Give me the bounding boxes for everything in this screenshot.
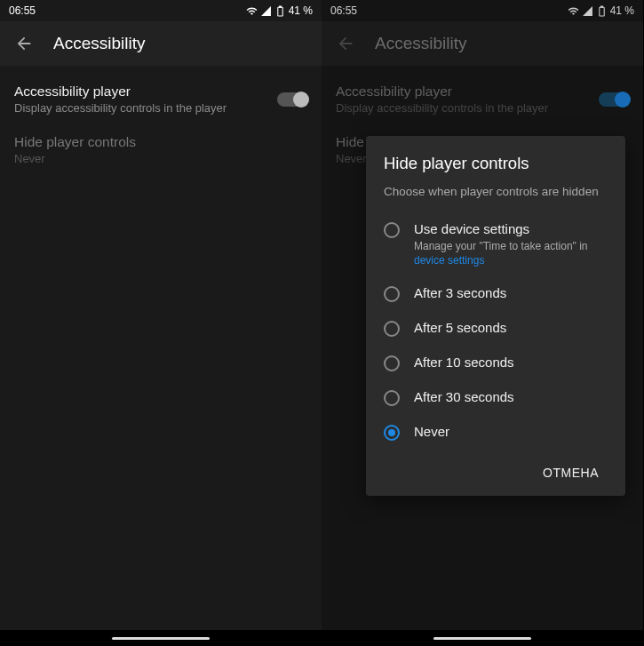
option-label: After 10 seconds <box>414 355 608 370</box>
nav-pill[interactable] <box>433 637 531 640</box>
dialog-subtitle: Choose when player controls are hidden <box>384 184 608 200</box>
page-title: Accessibility <box>53 34 145 53</box>
nav-pill[interactable] <box>112 637 210 640</box>
setting-hide-controls[interactable]: Hide player controls Never <box>14 129 307 179</box>
option-label: After 30 seconds <box>414 389 608 404</box>
setting-title: Accessibility player <box>14 84 277 100</box>
svg-rect-0 <box>277 7 282 16</box>
option-after-3s[interactable]: After 3 seconds <box>384 276 608 311</box>
header: Accessibility <box>0 21 322 66</box>
screen-left: 06:55 41 % Accessibility Accessibility p… <box>0 0 322 646</box>
device-settings-link[interactable]: device settings <box>414 254 484 267</box>
option-device-settings[interactable]: Use device settings Manage your "Time to… <box>384 212 608 276</box>
nav-bar <box>0 630 322 646</box>
nav-bar <box>322 630 643 646</box>
radio-icon <box>384 321 400 337</box>
option-after-30s[interactable]: After 30 seconds <box>384 380 608 415</box>
toggle-accessibility-player[interactable] <box>277 92 307 107</box>
radio-icon <box>384 222 400 238</box>
wifi-icon <box>246 5 258 17</box>
status-bar: 06:55 41 % <box>0 0 322 21</box>
cancel-button[interactable]: ОТМЕНА <box>534 459 608 487</box>
battery-icon <box>274 5 286 17</box>
dialog-title: Hide player controls <box>384 154 608 173</box>
signal-icon <box>260 5 272 17</box>
svg-rect-1 <box>279 6 281 7</box>
setting-accessibility-player[interactable]: Accessibility player Display accessibili… <box>14 78 307 129</box>
status-icons: 41 % <box>246 4 313 17</box>
radio-icon <box>384 286 400 302</box>
settings-list: Accessibility player Display accessibili… <box>0 66 322 179</box>
status-time: 06:55 <box>9 4 36 17</box>
option-label: After 5 seconds <box>414 320 608 335</box>
radio-icon <box>384 390 400 406</box>
option-label: After 3 seconds <box>414 285 608 300</box>
back-button[interactable] <box>14 34 34 53</box>
option-after-10s[interactable]: After 10 seconds <box>384 346 608 380</box>
dialog-actions: ОТМЕНА <box>384 450 608 487</box>
setting-subtitle: Display accessibility controls in the pl… <box>14 101 277 115</box>
arrow-back-icon <box>14 34 34 53</box>
screen-right: 06:55 41 % Accessibility Accessibility p… <box>322 0 643 646</box>
hide-controls-dialog: Hide player controls Choose when player … <box>366 136 625 496</box>
radio-icon <box>384 355 400 371</box>
option-label: Use device settings <box>414 221 608 236</box>
option-label: Never <box>414 424 608 439</box>
setting-title: Hide player controls <box>14 134 307 150</box>
option-never[interactable]: Never <box>384 415 608 450</box>
battery-percent: 41 % <box>289 4 313 17</box>
option-description: Manage your "Time to take action" in dev… <box>414 240 608 267</box>
radio-icon <box>384 425 400 441</box>
option-after-5s[interactable]: After 5 seconds <box>384 311 608 346</box>
setting-value: Never <box>14 152 307 165</box>
